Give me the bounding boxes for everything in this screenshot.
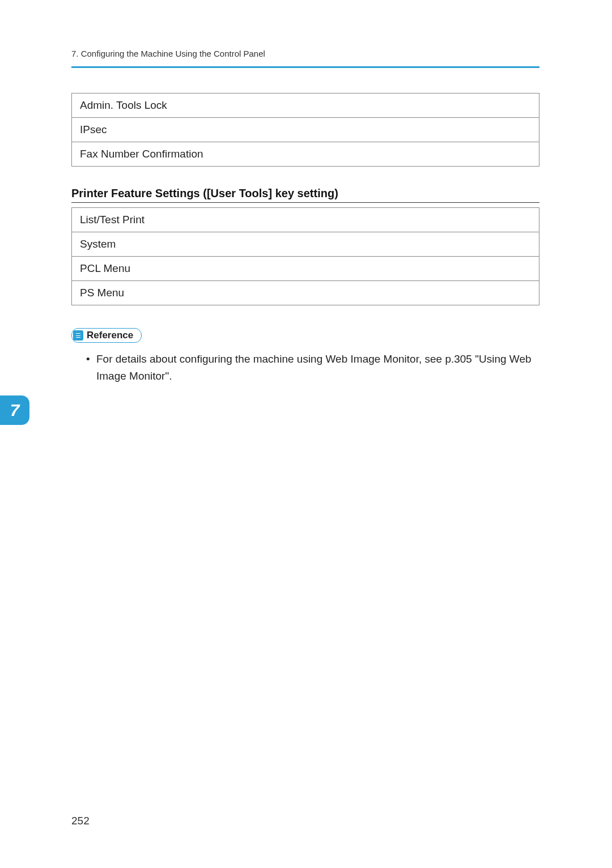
table-row: PCL Menu bbox=[72, 257, 539, 281]
table-cell: PCL Menu bbox=[72, 257, 539, 281]
chapter-title: 7. Configuring the Machine Using the Con… bbox=[71, 49, 265, 58]
page-number: 252 bbox=[71, 815, 90, 827]
reference-label: Reference bbox=[87, 330, 133, 341]
section-heading: Printer Feature Settings ([User Tools] k… bbox=[71, 187, 539, 203]
chapter-number: 7 bbox=[10, 401, 20, 420]
reference-icon: ☰ bbox=[73, 330, 83, 341]
table-row: List/Test Print bbox=[72, 208, 539, 232]
table-cell: System bbox=[72, 232, 539, 257]
reference-list: For details about configuring the machin… bbox=[71, 351, 539, 385]
settings-table-1: Admin. Tools Lock IPsec Fax Number Confi… bbox=[71, 93, 539, 167]
table-cell: IPsec bbox=[72, 118, 539, 142]
table-cell: PS Menu bbox=[72, 281, 539, 305]
list-item: For details about configuring the machin… bbox=[86, 351, 539, 385]
content-area: Admin. Tools Lock IPsec Fax Number Confi… bbox=[71, 93, 539, 385]
table-cell: Fax Number Confirmation bbox=[72, 142, 539, 167]
table-cell: List/Test Print bbox=[72, 208, 539, 232]
table-cell: Admin. Tools Lock bbox=[72, 93, 539, 118]
table-row: Admin. Tools Lock bbox=[72, 93, 539, 118]
table-row: Fax Number Confirmation bbox=[72, 142, 539, 167]
table-row: PS Menu bbox=[72, 281, 539, 305]
reference-badge: ☰ Reference bbox=[71, 328, 142, 343]
table-row: IPsec bbox=[72, 118, 539, 142]
table-row: System bbox=[72, 232, 539, 257]
chapter-tab: 7 bbox=[0, 395, 29, 425]
page-header: 7. Configuring the Machine Using the Con… bbox=[71, 49, 539, 68]
settings-table-2: List/Test Print System PCL Menu PS Menu bbox=[71, 207, 539, 305]
